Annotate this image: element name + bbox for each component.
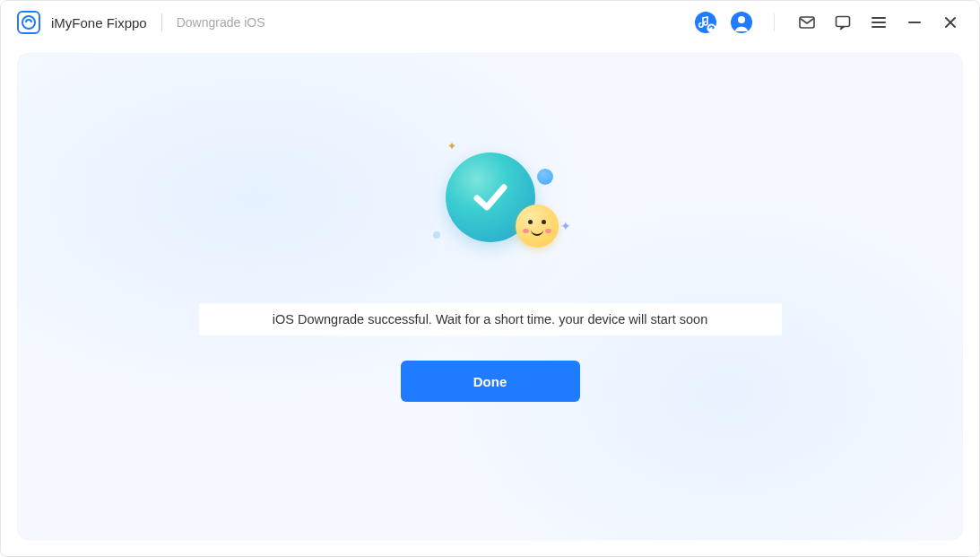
sparkle-icon: ✦ (447, 140, 456, 152)
app-title: iMyFone Fixppo (51, 15, 147, 30)
account-icon[interactable] (729, 10, 754, 35)
svg-rect-7 (837, 17, 850, 27)
svg-point-1 (22, 16, 35, 29)
bubble-icon (537, 169, 553, 185)
done-button[interactable]: Done (401, 361, 580, 402)
breadcrumb[interactable]: Downgrade iOS (177, 15, 265, 30)
smiley-icon (516, 205, 559, 248)
content-panel: ✦ ✦ iOS Downgrade successful. Wait for a… (17, 53, 963, 540)
app-logo-icon (17, 11, 40, 34)
titlebar: iMyFone Fixppo Downgrade iOS (1, 1, 979, 44)
svg-point-3 (707, 24, 716, 33)
close-icon[interactable] (938, 10, 963, 35)
music-update-icon[interactable] (693, 10, 718, 35)
minimize-icon[interactable] (902, 10, 927, 35)
success-illustration: ✦ ✦ (401, 144, 580, 269)
title-divider (161, 13, 162, 31)
svg-rect-0 (18, 12, 39, 33)
titlebar-group-divider (774, 13, 775, 31)
bubble-small-icon (433, 231, 440, 239)
window-controls-group (794, 10, 963, 35)
svg-rect-6 (800, 17, 814, 28)
mail-icon[interactable] (794, 10, 820, 35)
status-message: iOS Downgrade successful. Wait for a sho… (199, 303, 782, 335)
svg-point-5 (738, 16, 745, 23)
sparkle-icon: ✦ (560, 219, 571, 233)
menu-icon[interactable] (866, 10, 891, 35)
feedback-icon[interactable] (830, 10, 855, 35)
